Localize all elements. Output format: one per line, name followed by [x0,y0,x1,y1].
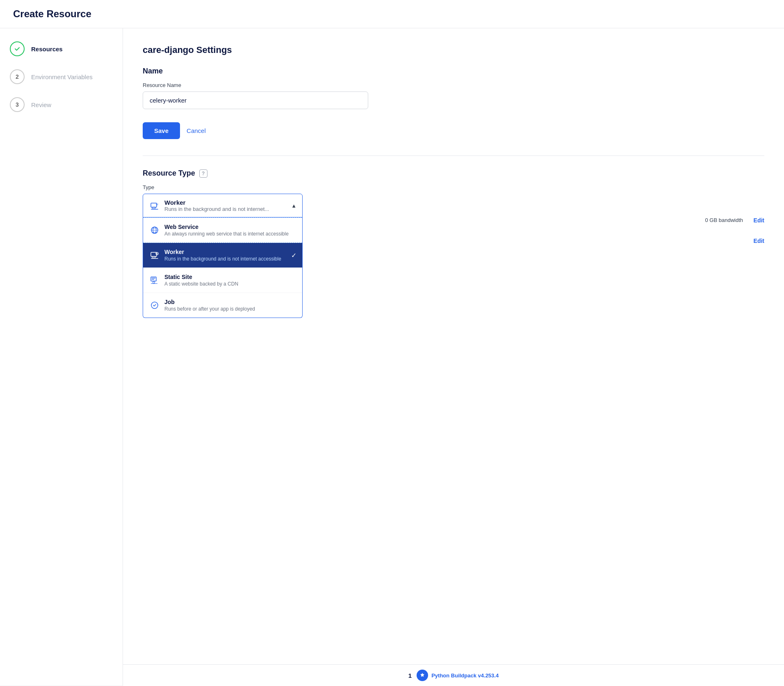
step-circle-resources [10,41,25,56]
static-site-title: Static Site [164,274,296,280]
buildpack-text: Python Buildpack v4.253.4 [431,672,499,679]
step-circle-review: 3 [10,97,25,112]
buildpack-badge: Python Buildpack v4.253.4 [417,670,499,681]
dropdown-item-job[interactable]: Job Runs before or after your app is dep… [143,293,302,318]
resource-type-title: Resource Type ? [143,169,764,178]
web-service-desc: An always running web service that is in… [164,231,296,237]
resource-name-input[interactable] [143,91,368,109]
job-title: Job [164,299,296,305]
sidebar-item-env-vars[interactable]: 2 Environment Variables [10,69,113,84]
static-site-desc: A static website backed by a CDN [164,281,296,287]
selected-type-title: Worker [164,199,269,206]
type-dropdown[interactable]: Worker Runs in the background and is not… [143,194,303,217]
page-title: Create Resource [13,8,771,20]
divider [143,155,764,156]
bottom-bar: 1 Python Buildpack v4.253.4 [123,664,784,686]
resource-type-section: Resource Type ? Type [143,169,764,217]
web-service-icon [149,224,160,236]
svg-rect-1 [152,207,155,208]
sidebar-item-resources[interactable]: Resources [10,41,113,56]
save-button[interactable]: Save [143,122,180,139]
sidebar-item-review[interactable]: 3 Review [10,97,113,112]
dropdown-selected[interactable]: Worker Runs in the background and is not… [143,194,303,217]
bandwidth-text: 0 GB bandwidth [705,217,743,223]
svg-point-3 [156,203,158,206]
sidebar-label-resources: Resources [31,46,63,53]
worker-icon [149,249,160,261]
job-desc: Runs before or after your app is deploye… [164,306,296,312]
page-number: 1 [408,672,412,679]
edit-link-2[interactable]: Edit [754,238,764,244]
cancel-button[interactable]: Cancel [187,127,206,134]
job-icon [149,300,160,311]
chevron-up-icon: ▲ [291,203,296,209]
sidebar: Resources 2 Environment Variables 3 Revi… [0,28,123,686]
step-circle-env-vars: 2 [10,69,25,84]
web-service-title: Web Service [164,224,296,230]
svg-rect-16 [153,281,155,284]
name-section-title: Name [143,67,764,75]
buildpack-icon [417,670,428,681]
selected-checkmark: ✓ [291,252,296,259]
edit-link-1[interactable]: Edit [754,217,764,224]
dropdown-item-web-service[interactable]: Web Service An always running web servic… [143,217,302,243]
dropdown-menu: Web Service An always running web servic… [143,217,303,318]
help-icon[interactable]: ? [199,169,207,178]
svg-rect-10 [152,256,155,258]
section-title: care-django Settings [143,45,764,55]
svg-rect-14 [152,278,155,279]
sidebar-label-review: Review [31,101,51,108]
svg-rect-15 [152,279,154,280]
content-area: care-django Settings Name Resource Name … [123,28,784,686]
type-field-label: Type [143,184,764,190]
dropdown-item-static-site[interactable]: Static Site A static website backed by a… [143,268,302,293]
selected-type-desc: Runs in the background and is not intern… [164,206,269,212]
resource-type-label: Resource Type [143,169,195,178]
static-site-icon [149,274,160,286]
button-row: Save Cancel [143,122,764,139]
worker-icon-selected [149,200,160,212]
name-section: Name Resource Name [143,67,764,109]
resource-name-label: Resource Name [143,82,764,88]
sidebar-label-env-vars: Environment Variables [31,73,93,80]
dropdown-item-worker[interactable]: Worker Runs in the background and is not… [143,243,302,268]
svg-point-12 [156,252,158,255]
worker-title: Worker [164,249,287,255]
worker-desc: Runs in the background and is not intern… [164,256,287,262]
